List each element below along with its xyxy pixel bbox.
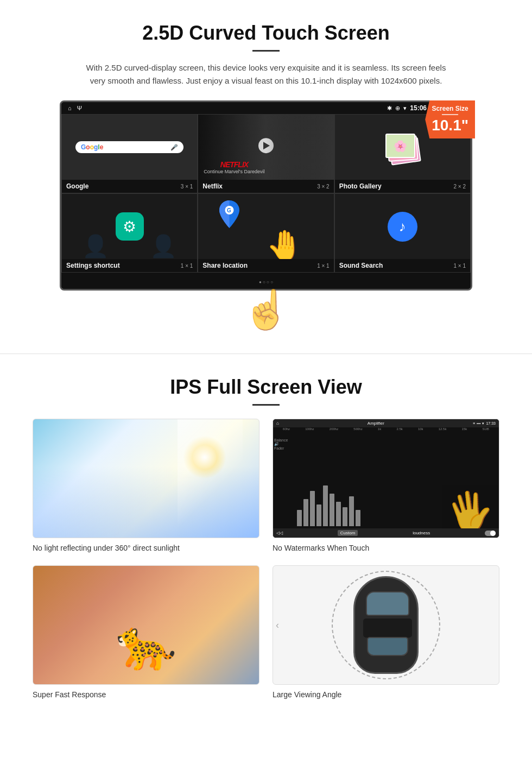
car-roof: [363, 619, 412, 638]
location-icon: ⊕: [395, 105, 400, 112]
google-search-bar[interactable]: Google 🎤: [75, 141, 183, 153]
status-time: 15:06: [410, 104, 427, 112]
google-label: Google: [66, 182, 88, 190]
app-cell-sound[interactable]: ♪ Sound Search 1 × 1: [334, 193, 471, 273]
eq-bar-2: [303, 499, 308, 526]
car-view-container: ‹: [273, 566, 499, 684]
music-icon-circle: ♪: [388, 212, 417, 242]
gallery-label: Photo Gallery: [339, 182, 382, 190]
feature-sunlight: No light reflecting under 360° direct su…: [33, 419, 259, 552]
status-bar: ⌂ Ψ ✱ ⊕ ▾ 15:06 📷 🔊 ⊠ ▭: [61, 102, 471, 114]
amp-hand-icon: 🖐️: [443, 485, 497, 528]
google-label-row: Google 3 × 1: [62, 180, 197, 193]
section-curved: 2.5D Curved Touch Screen With 2.5D curve…: [0, 0, 532, 348]
car-body: [353, 576, 419, 674]
page-dots: ● ○ ○ ○: [61, 273, 471, 289]
app-cell-settings[interactable]: ⚙ 👤👤 Settings shortcut 1 × 1: [61, 193, 198, 273]
sunlight-label: No light reflecting under 360° direct su…: [33, 544, 259, 552]
hand-pointer: 🤚: [254, 228, 316, 259]
eq-bar-10: [356, 510, 360, 526]
eq-bar-5: [323, 485, 328, 526]
toggle-track: [485, 531, 496, 536]
custom-button[interactable]: Custom: [338, 530, 358, 536]
badge-underline: [442, 114, 458, 115]
amplifier-image: ⌂ Amplifier ≡ ••• ▾ 17:33 60hz 100hz 200…: [273, 419, 499, 538]
netflix-label-row: Netflix 3 × 2: [198, 180, 333, 193]
netflix-thumbnail: NETFLIX Continue Marvel's Daredevil: [198, 115, 333, 180]
sound-label: Sound Search: [339, 262, 383, 269]
eq-label-100: 100hz: [305, 427, 314, 431]
curved-title: 2.5D Curved Touch Screen: [33, 22, 499, 45]
eq-bar-7: [336, 502, 341, 526]
pointing-hand-icon: ☝️: [243, 288, 290, 331]
cheetah-image: 🐆: [33, 565, 259, 685]
section-divider: [0, 354, 532, 354]
amp-home-icon: ⌂: [276, 421, 279, 426]
app-cell-google[interactable]: Google 🎤 Google 3 × 1: [61, 114, 198, 193]
eq-bar-4: [316, 504, 321, 526]
cheetah-icon: 🐆: [116, 616, 176, 673]
eq-label-2k: 2.5k: [396, 427, 402, 431]
eq-label-500: 500hz: [353, 427, 362, 431]
ips-title-underline: [252, 404, 280, 406]
wifi-icon: ▾: [403, 105, 407, 112]
amp-back-icon: ◁◁: [276, 531, 283, 535]
photo-layer-3: 🌸: [385, 134, 415, 158]
eq-label-10k: 10k: [418, 427, 423, 431]
car-overhead: [353, 576, 419, 674]
settings-label: Settings shortcut: [66, 262, 120, 269]
amp-body: 60hz 100hz 200hz 500hz 1k 2.5k 10k 12.5k…: [273, 427, 499, 528]
flower-icon: 🌸: [394, 140, 407, 153]
cheetah-label: Super Fast Response: [33, 690, 259, 699]
share-label-row: Share location 1 × 1: [198, 259, 333, 272]
curved-description: With 2.5D curved-display screen, this de…: [81, 61, 451, 87]
netflix-size: 3 × 2: [317, 184, 330, 190]
eq-bar-3: [310, 491, 315, 526]
car-image: ‹: [273, 565, 499, 685]
feature-cheetah: 🐆 Super Fast Response: [33, 565, 259, 699]
netflix-bg-gradient: [266, 115, 334, 180]
home-icon[interactable]: ⌂: [68, 105, 72, 111]
toggle-switch[interactable]: [485, 531, 496, 536]
loudness-label: loudness: [413, 531, 430, 535]
toggle-thumb: [490, 531, 496, 536]
eq-bar-8: [343, 507, 347, 526]
mic-icon[interactable]: 🎤: [170, 144, 178, 151]
amp-dot-icon: •••: [477, 421, 480, 425]
eq-bar-1: [297, 510, 302, 526]
netflix-logo: NETFLIX: [204, 160, 264, 169]
gallery-size: 2 × 2: [453, 184, 466, 190]
amplifier-label: No Watermarks When Touch: [273, 544, 499, 552]
amp-wifi-icon: ▾: [482, 421, 484, 426]
car-rear-window: [367, 637, 408, 656]
usb-icon: Ψ: [77, 105, 82, 111]
settings-size: 1 × 1: [181, 263, 193, 269]
badge-size: 10.1": [432, 117, 468, 134]
eq-label-60: 60hz: [283, 427, 290, 431]
feature-grid: No light reflecting under 360° direct su…: [33, 419, 499, 699]
feature-car: ‹ Large Viewing Angle: [273, 565, 499, 699]
status-left: ⌂ Ψ: [68, 105, 82, 111]
hand-gesture-area: ☝️: [33, 287, 499, 332]
amp-header: ⌂ Amplifier ≡ ••• ▾ 17:33: [273, 419, 499, 427]
sound-thumbnail: ♪: [335, 194, 470, 259]
device-frame: ⌂ Ψ ✱ ⊕ ▾ 15:06 📷 🔊 ⊠ ▭: [60, 100, 472, 291]
settings-label-row: Settings shortcut 1 × 1: [62, 259, 197, 272]
section-ips: IPS Full Screen View No light reflecting…: [0, 359, 532, 715]
google-size: 3 × 1: [181, 184, 193, 190]
app-cell-netflix[interactable]: NETFLIX Continue Marvel's Daredevil Netf…: [198, 114, 334, 193]
car-windshield: [366, 591, 409, 616]
gallery-label-row: Photo Gallery 2 × 2: [335, 180, 470, 193]
eq-label-1k: 1k: [378, 427, 381, 431]
svg-text:G: G: [227, 207, 231, 213]
bt-icon: ✱: [387, 105, 392, 112]
car-label: Large Viewing Angle: [273, 690, 499, 699]
blue-gradient: [33, 466, 259, 538]
eq-bar-6: [330, 494, 334, 526]
share-label: Share location: [202, 262, 248, 269]
photo-stack: 🌸: [383, 128, 421, 166]
eq-label-sub: SUB: [482, 427, 489, 431]
app-grid: Google 🎤 Google 3 × 1 NETFLIX: [61, 114, 471, 273]
share-thumbnail: G 🤚: [198, 194, 333, 259]
app-cell-share[interactable]: G 🤚 Share location 1 × 1: [198, 193, 334, 273]
